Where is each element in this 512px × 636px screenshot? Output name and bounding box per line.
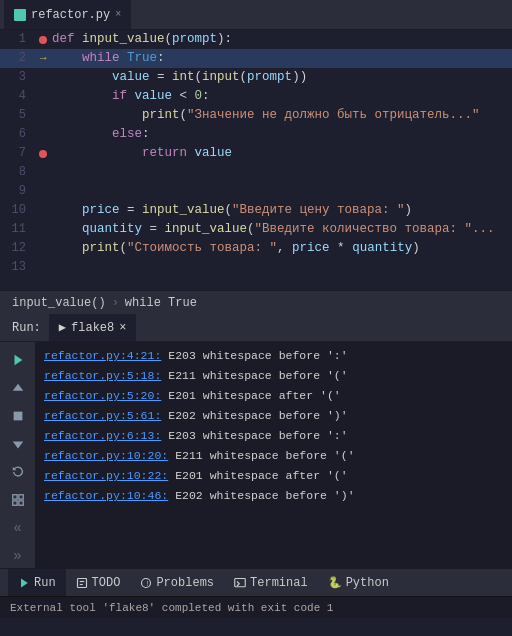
run-controls: « »: [0, 342, 36, 568]
editor-tab[interactable]: refactor.py ×: [4, 0, 132, 29]
error-message: E201 whitespace after '(': [168, 469, 347, 482]
svg-marker-0: [14, 355, 22, 366]
gutter-icon: [36, 182, 50, 201]
code-line: 11 quantity = input_value("Введите колич…: [0, 220, 512, 239]
python-file-icon: [14, 9, 26, 21]
run-tab-name: flake8: [71, 321, 114, 335]
run-panel: Run: ▶ flake8 × «: [0, 314, 512, 568]
line-number: 6: [0, 125, 36, 144]
gutter-icon: [36, 106, 50, 125]
file-reference[interactable]: refactor.py:5:61:: [44, 409, 161, 422]
code-line: 6 else:: [0, 125, 512, 144]
rerun-button[interactable]: [6, 460, 30, 484]
file-reference[interactable]: refactor.py:6:13:: [44, 429, 161, 442]
ext-tool-message: External tool 'flake8' completed with ex…: [10, 602, 333, 614]
line-content: print("Значение не должно быть отрицател…: [50, 106, 512, 125]
line-number: 12: [0, 239, 36, 258]
gutter-icon: [36, 201, 50, 220]
output-line: refactor.py:5:61: E202 whitespace before…: [36, 406, 512, 426]
code-line: 9: [0, 182, 512, 201]
file-reference[interactable]: refactor.py:5:18:: [44, 369, 161, 382]
gutter-icon: [36, 163, 50, 182]
svg-rect-10: [77, 578, 86, 587]
line-number: 11: [0, 220, 36, 239]
line-content: value = int(input(prompt)): [50, 68, 512, 87]
file-reference[interactable]: refactor.py:10:20:: [44, 449, 168, 462]
output-line: refactor.py:10:20: E211 whitespace befor…: [36, 446, 512, 466]
gutter-icon: [36, 220, 50, 239]
svg-marker-3: [12, 441, 23, 448]
gutter-icon: [36, 239, 50, 258]
line-number: 5: [0, 106, 36, 125]
terminal-label: Terminal: [250, 576, 308, 590]
python-status-item[interactable]: 🐍 Python: [318, 569, 399, 596]
svg-rect-15: [235, 578, 246, 586]
run-tab-flake8[interactable]: ▶ flake8 ×: [49, 314, 137, 341]
stop-button[interactable]: [6, 404, 30, 428]
run-tab-icon: ▶: [59, 320, 66, 335]
breadcrumb-function[interactable]: input_value(): [12, 296, 106, 310]
svg-rect-8: [18, 501, 22, 505]
breadcrumb-context[interactable]: while True: [125, 296, 197, 310]
svg-text:!: !: [146, 580, 150, 588]
python-icon: 🐍: [328, 576, 342, 589]
line-number: 10: [0, 201, 36, 220]
layout-button[interactable]: [6, 488, 30, 512]
line-content: if value < 0:: [50, 87, 512, 106]
line-content: [50, 258, 512, 277]
line-content: print("Стоимость товара: ", price * quan…: [50, 239, 512, 258]
play-button[interactable]: [6, 348, 30, 372]
line-content: else:: [50, 125, 512, 144]
output-line: refactor.py:6:13: E203 whitespace before…: [36, 426, 512, 446]
code-editor: 1def input_value(prompt):2→ while True:3…: [0, 30, 512, 290]
output-line: refactor.py:5:18: E211 whitespace before…: [36, 366, 512, 386]
problems-label: Problems: [156, 576, 214, 590]
tab-filename: refactor.py: [31, 8, 110, 22]
line-content: quantity = input_value("Введите количест…: [50, 220, 512, 239]
gutter-icon: [36, 68, 50, 87]
run-output: refactor.py:4:21: E203 whitespace before…: [36, 342, 512, 568]
file-reference[interactable]: refactor.py:10:22:: [44, 469, 168, 482]
todo-status-item[interactable]: TODO: [66, 569, 131, 596]
tab-bar: refactor.py ×: [0, 0, 512, 30]
status-bar: Run TODO ! Problems Terminal 🐍 Python: [0, 568, 512, 596]
gutter-icon: [36, 87, 50, 106]
run-status-item[interactable]: Run: [8, 569, 66, 596]
line-content: [50, 163, 512, 182]
output-line: refactor.py:10:46: E202 whitespace befor…: [36, 486, 512, 506]
run-tab-close-icon[interactable]: ×: [119, 321, 126, 335]
code-line: 3 value = int(input(prompt)): [0, 68, 512, 87]
next-button[interactable]: »: [6, 544, 30, 568]
terminal-status-item[interactable]: Terminal: [224, 569, 318, 596]
prev-button[interactable]: «: [6, 516, 30, 540]
svg-marker-9: [21, 578, 28, 587]
code-line: 5 print("Значение не должно быть отрицат…: [0, 106, 512, 125]
run-tab-bar: Run: ▶ flake8 ×: [0, 314, 512, 342]
run-content: « » refactor.py:4:21: E203 whitespace be…: [0, 342, 512, 568]
output-line: refactor.py:10:22: E201 whitespace after…: [36, 466, 512, 486]
line-number: 3: [0, 68, 36, 87]
code-line: 10 price = input_value("Введите цену тов…: [0, 201, 512, 220]
gutter-icon: [36, 125, 50, 144]
problems-status-item[interactable]: ! Problems: [130, 569, 224, 596]
tab-close-icon[interactable]: ×: [115, 9, 121, 20]
scroll-down-button[interactable]: [6, 432, 30, 456]
svg-rect-7: [12, 501, 16, 505]
file-reference[interactable]: refactor.py:4:21:: [44, 349, 161, 362]
error-message: E203 whitespace before ':': [161, 349, 347, 362]
line-content: return value: [50, 144, 512, 163]
breadcrumb-bar: input_value() › while True: [0, 290, 512, 314]
code-line: 2→ while True:: [0, 49, 512, 68]
code-line: 13: [0, 258, 512, 277]
todo-label: TODO: [92, 576, 121, 590]
run-label: Run:: [4, 317, 49, 339]
file-reference[interactable]: refactor.py:10:46:: [44, 489, 168, 502]
svg-marker-1: [12, 384, 23, 391]
line-number: 1: [0, 30, 36, 49]
scroll-up-button[interactable]: [6, 376, 30, 400]
ext-tool-bar: External tool 'flake8' completed with ex…: [0, 596, 512, 618]
gutter-icon: →: [36, 49, 50, 68]
code-line: 12 print("Стоимость товара: ", price * q…: [0, 239, 512, 258]
gutter-icon: [36, 258, 50, 277]
file-reference[interactable]: refactor.py:5:20:: [44, 389, 161, 402]
